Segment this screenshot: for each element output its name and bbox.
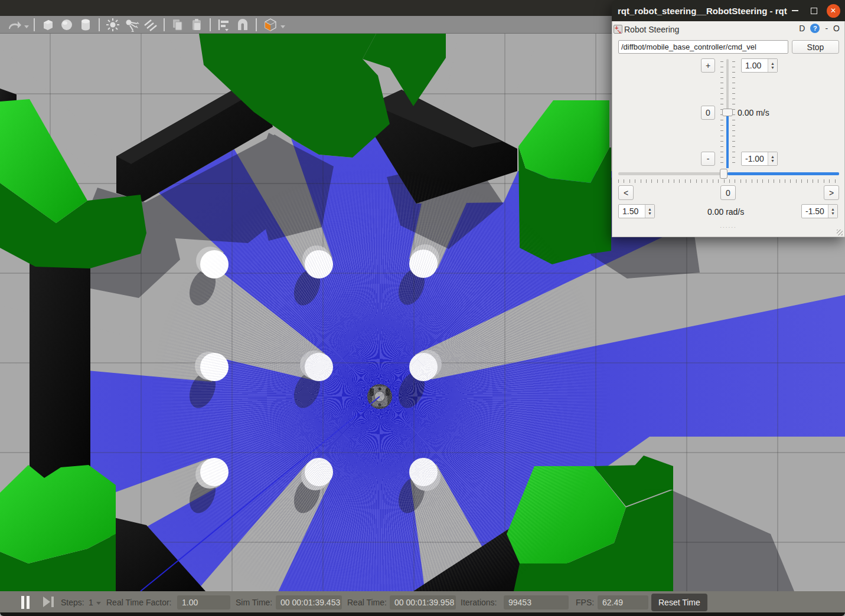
iterations-value: 99453 [504, 595, 569, 610]
screen: Steps: 1 Real Time Factor: 1.00 Sim Time… [0, 0, 845, 616]
resize-grip[interactable] [837, 230, 843, 235]
fps-label: FPS: [576, 598, 594, 607]
view-angle-cube-icon[interactable] [262, 17, 279, 32]
rqt-robot-steering-window: rqt_robot_steering__RobotSteering - rqt … [612, 0, 845, 237]
toolbar-separator [99, 18, 100, 31]
close-icon: ✕ [827, 4, 840, 18]
angular-right-button[interactable]: > [824, 185, 839, 200]
linear-max-spinbox[interactable]: 1.00▲▼ [741, 58, 778, 73]
angular-max-spinbox[interactable]: 1.50▲▼ [618, 204, 655, 218]
toolbar-separator [210, 18, 211, 31]
dock-d-button[interactable]: D [799, 24, 805, 33]
window-bottom-edge [0, 612, 845, 616]
steps-dropdown[interactable]: 1 [89, 598, 101, 607]
plugin-close-button[interactable]: O [833, 24, 840, 33]
gazebo-status-bar: Steps: 1 Real Time Factor: 1.00 Sim Time… [0, 591, 845, 612]
angular-value-label: 0.00 rad/s [707, 207, 744, 217]
real-time-label: Real Time: [347, 598, 387, 607]
linear-value-label: 0.00 m/s [738, 108, 769, 117]
angular-left-button[interactable]: < [618, 185, 634, 200]
spot-light-icon[interactable] [124, 17, 139, 32]
stop-button[interactable]: Stop [792, 40, 839, 54]
close-button[interactable]: ✕ [824, 0, 842, 21]
spin-arrows-icon[interactable]: ▲▼ [768, 152, 777, 165]
topic-input[interactable] [618, 40, 788, 54]
redo-icon[interactable] [7, 17, 22, 32]
pause-button[interactable] [21, 596, 30, 609]
sim-time-label: Sim Time: [236, 598, 272, 607]
copy-icon[interactable] [170, 17, 185, 32]
toolbar-separator [34, 18, 35, 31]
spin-arrows-icon[interactable]: ▲▼ [768, 59, 777, 72]
view-angle-caret-icon[interactable] [280, 25, 285, 28]
paste-icon[interactable] [189, 17, 204, 32]
linear-slider-handle[interactable] [722, 109, 733, 116]
toolbar-separator [164, 18, 165, 31]
rqt-plugin-body: +➘ Robot Steering D ? - O Stop + 1.00▲▼ [612, 21, 845, 237]
linear-zero-button[interactable]: 0 [701, 106, 715, 120]
fps-value: 62.49 [598, 595, 648, 610]
rtf-value: 1.00 [177, 595, 230, 610]
angular-zero-button[interactable]: 0 [720, 185, 736, 200]
real-time-value: 00 00:01:39.958 [390, 595, 456, 610]
iterations-label: Iterations: [461, 598, 497, 607]
help-icon[interactable]: ? [810, 24, 820, 33]
dock-drag-handle[interactable]: ...... [612, 222, 844, 229]
linear-min-spinbox[interactable]: -1.00▲▼ [741, 152, 778, 166]
sphere-icon[interactable] [59, 17, 74, 32]
robot-steering-plugin-icon: +➘ [614, 25, 622, 34]
linear-plus-button[interactable]: + [701, 58, 715, 73]
redo-caret-icon[interactable] [24, 25, 29, 28]
point-light-icon[interactable] [105, 17, 120, 32]
snap-magnet-icon[interactable] [235, 17, 250, 32]
cube-icon[interactable] [40, 17, 56, 32]
linear-minus-button[interactable]: - [701, 152, 715, 166]
window-title: rqt_robot_steering__RobotSteering - rqt [612, 6, 787, 16]
rqt-title-bar[interactable]: rqt_robot_steering__RobotSteering - rqt … [612, 0, 845, 21]
cylinder-icon[interactable] [78, 17, 93, 32]
linear-slider-fill [726, 116, 729, 168]
spin-arrows-icon[interactable]: ▲▼ [645, 205, 654, 218]
directional-light-icon[interactable] [143, 17, 158, 32]
plugin-title: Robot Steering [624, 25, 679, 34]
angular-slider-fill [727, 172, 839, 175]
rtf-label: Real Time Factor: [106, 598, 171, 607]
align-icon[interactable] [216, 17, 231, 32]
steps-label: Steps: [61, 598, 84, 607]
undock-button[interactable]: - [825, 24, 828, 33]
step-button[interactable] [43, 597, 54, 607]
plugin-header: +➘ Robot Steering D ? - O [612, 21, 844, 37]
reset-time-button[interactable]: Reset Time [651, 594, 707, 611]
maximize-button[interactable] [806, 0, 821, 21]
angular-slider-ticks [618, 179, 839, 183]
toolbar-separator [256, 18, 257, 31]
spin-arrows-icon[interactable]: ▲▼ [828, 205, 837, 218]
sim-time-value: 00 00:01:39.453 [276, 595, 342, 610]
angular-min-spinbox[interactable]: -1.50▲▼ [801, 204, 838, 218]
minimize-button[interactable] [787, 0, 802, 21]
steps-caret-icon [96, 602, 101, 605]
angular-slider-handle[interactable] [720, 169, 727, 179]
